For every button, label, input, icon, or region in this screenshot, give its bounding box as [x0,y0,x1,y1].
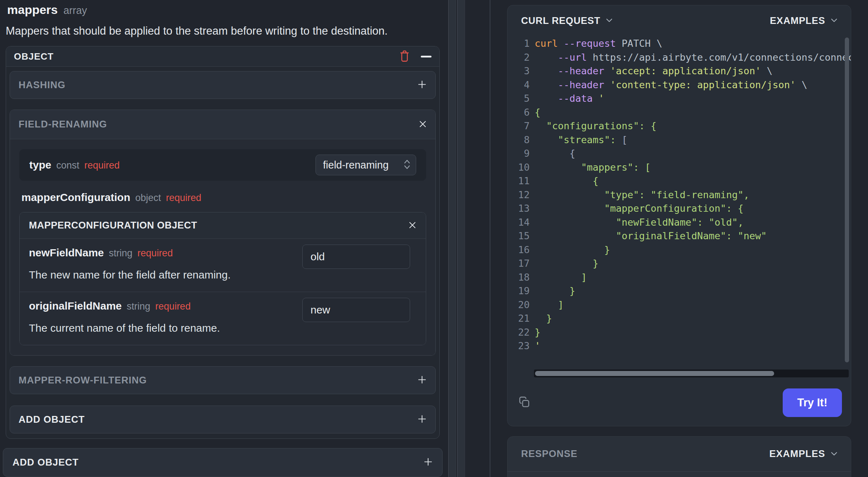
code-line: 12 "type": "field-renaming", [517,188,851,202]
new-field-name-type: string [109,248,132,259]
code-vertical-scrollbar[interactable] [845,37,849,362]
code-line: 23' [517,339,851,353]
type-select-value: field-renaming [323,159,403,171]
curl-examples-dropdown[interactable]: EXAMPLES [770,15,837,26]
code-line: 10 "mappers": [ [517,161,851,175]
type-property-row: type const required field-renaming [19,149,426,181]
close-icon [408,221,417,230]
code-horizontal-scrollbar-thumb[interactable] [535,371,774,376]
original-field-name-row: originalFieldName string required The cu… [20,292,426,345]
response-examples-label: EXAMPLES [769,448,825,460]
schema-column: mappers array Mappers that should be app… [0,0,448,477]
original-field-name-type: string [127,301,150,312]
code-line: 6{ [517,106,851,120]
mapper-configuration-label-row: mapperConfiguration object required [21,191,426,204]
mapper-configuration-panel-title: MAPPERCONFIGURATION OBJECT [29,220,197,231]
add-object-outer-label: ADD OBJECT [12,457,79,468]
original-field-name-required-badge: required [155,301,191,312]
plus-icon [423,457,433,468]
add-object-inner-label: ADD OBJECT [19,414,85,425]
mapper-configuration-meta: object [135,192,161,204]
code-horizontal-scrollbar[interactable] [534,370,849,377]
mapper-configuration-name: mapperConfiguration [21,191,130,204]
field-renaming-body: type const required field-renaming [10,139,435,355]
close-field-renaming-button[interactable] [419,120,427,129]
close-icon [419,120,427,129]
code-line: 5 --data ' [517,92,851,106]
type-required-badge: required [84,160,120,171]
code-line: 11 { [517,174,851,188]
response-card-body [508,472,851,477]
code-line: 16 } [517,243,851,257]
minus-icon [421,56,432,57]
curl-card-footer: Try It! [508,380,851,426]
add-object-button-inner[interactable]: ADD OBJECT [10,406,436,433]
code-line: 3 --header 'accept: application/json' \ [517,64,851,78]
hashing-label: HASHING [19,80,66,91]
chevron-down-icon [606,17,612,24]
curl-request-dropdown[interactable]: CURL REQUEST [521,15,612,26]
object-panel: OBJECT HASHING [6,46,440,439]
mapper-configuration-panel: MAPPERCONFIGURATION OBJECT [19,212,426,345]
code-line: 22} [517,326,851,340]
field-renaming-header: FIELD-RENAMING [10,110,435,139]
left-panel-scrollbar[interactable] [448,0,456,477]
type-select[interactable]: field-renaming [316,155,416,175]
plus-icon [417,414,427,425]
property-title-row: mappers array [6,3,440,17]
curl-request-title: CURL REQUEST [521,15,600,26]
code-line: 4 --header 'content-type: application/js… [517,78,851,92]
type-meta: const [56,160,80,171]
new-field-name-description: The new name for the field after renamin… [29,269,417,281]
select-chevrons-icon [403,159,411,172]
new-field-name-input[interactable] [302,245,410,269]
hashing-section[interactable]: HASHING [10,71,436,99]
page-scrollbar[interactable] [457,0,465,477]
code-line: 18 ] [517,271,851,285]
copy-icon [518,396,530,410]
plus-icon [417,375,427,386]
response-card: RESPONSE EXAMPLES [507,436,851,477]
new-field-name-required-badge: required [137,248,173,259]
close-mapper-configuration-button[interactable] [408,221,417,230]
property-type: array [64,5,87,16]
mapper-configuration-panel-header: MAPPERCONFIGURATION OBJECT [20,212,426,239]
new-field-name-label: newFieldName [29,247,104,259]
collapse-object-button[interactable] [421,56,432,57]
code-line: 14 "newFieldName": "old", [517,216,851,230]
property-name: mappers [7,3,58,17]
curl-request-card: CURL REQUEST EXAMPLES 1curl --request PA… [507,5,851,426]
trash-icon [399,50,410,63]
code-line: 19 } [517,284,851,298]
original-field-name-description: The current name of the field to rename. [29,322,417,334]
code-line: 20 ] [517,298,851,312]
new-field-name-row: newFieldName string required The new nam… [20,239,426,292]
field-renaming-panel: FIELD-RENAMING type co [10,110,436,356]
object-panel-title: OBJECT [14,51,54,62]
code-line: 13 "mapperConfiguration": { [517,202,851,216]
curl-examples-label: EXAMPLES [770,15,825,26]
code-line: 17 } [517,257,851,271]
response-title: RESPONSE [521,448,577,460]
original-field-name-input[interactable] [302,298,410,322]
code-line: 2 --url https://api.airbyte.com/v1/conne… [517,51,851,65]
response-card-header: RESPONSE EXAMPLES [508,437,851,472]
property-description: Mappers that should be applied to the st… [6,25,440,37]
plus-icon [417,80,427,91]
code-line: 9 { [517,147,851,161]
delete-object-button[interactable] [399,50,410,63]
code-lines: 1curl --request PATCH \2 --url https://a… [517,37,851,354]
code-line: 8 "streams": [ [517,133,851,147]
add-object-button-outer[interactable]: ADD OBJECT [3,448,443,477]
mapper-configuration-required-badge: required [166,192,201,204]
original-field-name-label: originalFieldName [29,300,122,312]
response-examples-dropdown[interactable]: EXAMPLES [769,448,837,460]
code-line: 21 } [517,312,851,326]
column-divider [490,0,490,477]
object-panel-body: HASHING FIELD-RENAMING [6,67,439,438]
try-it-button[interactable]: Try It! [783,388,842,417]
object-panel-header: OBJECT [6,46,439,67]
curl-card-header: CURL REQUEST EXAMPLES [508,5,851,36]
copy-code-button[interactable] [518,396,530,410]
mapper-row-filtering-section[interactable]: MAPPER-ROW-FILTERING [10,366,436,394]
